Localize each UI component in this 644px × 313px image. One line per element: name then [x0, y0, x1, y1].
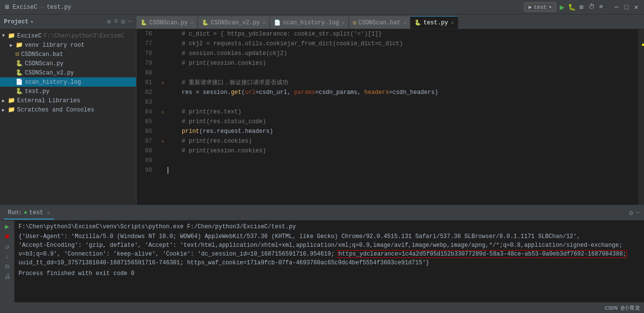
tab-csdnscan-v2-py-close[interactable]: ✕: [263, 20, 266, 26]
coverage-button[interactable]: ⊞: [578, 3, 585, 11]
gutter-87: ⬦: [161, 136, 168, 146]
scan-history-log-label: scan_history.log: [25, 79, 81, 86]
tree-external-libraries[interactable]: ▶ 📁 External Libraries: [0, 96, 136, 105]
root-folder-icon: 📁: [8, 32, 15, 39]
tab-log-close[interactable]: ✕: [342, 20, 345, 26]
run-icon-small: ●: [24, 209, 27, 216]
code-line-83: [161, 97, 638, 107]
tree-test-py[interactable]: ▶ 🐍 test.py: [0, 87, 136, 96]
title-bar-left: 🖥 ExciseC – test.py: [4, 3, 71, 11]
locate-icon[interactable]: ⊕: [107, 18, 111, 26]
tools-button[interactable]: ≡: [597, 3, 605, 11]
close-button[interactable]: ✕: [632, 3, 640, 11]
run-minimize-icon[interactable]: ─: [636, 209, 640, 217]
collapse-icon[interactable]: ≡: [114, 18, 118, 26]
code-line-84: ⬦ # print(res.text): [161, 107, 638, 117]
root-label: ExciseC: [17, 33, 41, 39]
line-num-77: 77: [137, 39, 152, 49]
csdnscan-v2-py-label: CSDNScan_v2.py: [25, 70, 74, 76]
code-line-76: # c_dict = { https_ydclearance: cookie_s…: [161, 29, 638, 39]
code-line-86: print(res.request.headers): [161, 127, 638, 136]
tab-scan-history-log[interactable]: 📄 scan_history.log ✕: [270, 16, 349, 29]
line-num-88: 88: [137, 146, 152, 156]
maximize-button[interactable]: □: [623, 3, 630, 11]
tab-csdnscan-v2-py-label: CSDNScan_v2.py: [211, 19, 260, 26]
run-rerun-button[interactable]: ↺: [5, 242, 9, 251]
tree-root[interactable]: ▼ 📁 ExciseC F:\Chen\python3\ExciseC: [0, 31, 136, 40]
output-line-2: 'Accept-Encoding': 'gzip, deflate', 'Acc…: [19, 241, 640, 250]
title-separator: –: [40, 4, 43, 11]
sidebar-header: Project ▾ ⊕ ≡ ⚙ ─: [0, 15, 136, 29]
run-tab-name: test: [29, 209, 43, 216]
code-content: # c_dict = { https_ydclearance: cookie_s…: [156, 29, 638, 205]
code-editor[interactable]: 76 77 78 79 80 81 82 83 84 85 86 87 88 8…: [137, 29, 644, 205]
test-py-label: test.py: [25, 88, 49, 95]
line-num-81: 81: [137, 78, 152, 88]
status-bar: CSDN @小青龙: [0, 302, 644, 313]
status-bar-text: CSDN @小青龙: [605, 304, 640, 312]
minimize-button[interactable]: ─: [613, 3, 621, 11]
ext-folder-icon: 📁: [8, 97, 15, 104]
settings-icon[interactable]: ⚙: [121, 18, 125, 26]
tab-csdnscan-py-icon: 🐍: [140, 19, 147, 26]
debug-button[interactable]: 🐛: [568, 3, 576, 11]
line-numbers: 76 77 78 79 80 81 82 83 84 85 86 87 88 8…: [137, 29, 156, 205]
ext-arrow: ▶: [2, 98, 7, 104]
tab-log-icon: 📄: [274, 19, 281, 26]
run-config-arrow: ▾: [548, 4, 552, 10]
root-arrow: ▼: [2, 33, 7, 38]
code-line-78: # session.cookies.update(ckj2): [161, 49, 638, 58]
output-line-3-highlight: https_ydclearance=1c4a2d5f05d152b3307728…: [338, 250, 627, 258]
run-print-button[interactable]: 🖨: [4, 273, 11, 280]
editor-scrollbar[interactable]: [638, 29, 644, 205]
tree-csdnscan-py[interactable]: ▶ 🐍 CSDNScan.py: [0, 59, 136, 68]
line-88-content: # print(session.cookies): [168, 146, 266, 156]
tree-venv[interactable]: ▶ 📁 venv library root: [0, 40, 136, 50]
chevron-down-icon: ▾: [30, 19, 33, 25]
run-config[interactable]: ▶ test ▾: [524, 2, 556, 12]
venv-folder-icon: 📁: [16, 41, 23, 49]
tree-scratches-consoles[interactable]: ▶ 📁 Scratches and Consoles: [0, 105, 136, 114]
bat-file-icon: ⊡: [16, 51, 19, 58]
tab-csdnscan-bat[interactable]: ⊡ CSDNScan.bat ✕: [349, 16, 410, 29]
line-num-78: 78: [137, 49, 152, 58]
sidebar-tree: ▼ 📁 ExciseC F:\Chen\python3\ExciseC ▶ 📁 …: [0, 29, 136, 205]
tree-csdnscan-bat[interactable]: ▶ ⊡ CSDNScan.bat: [0, 50, 136, 59]
bottom-tabs-bar: Run: ● test ✕ ⚙ ─: [0, 206, 644, 221]
run-play-button[interactable]: ▶: [5, 222, 9, 231]
output-line-1: {'User-Agent': 'Mozilla/5.0 (Windows NT …: [19, 232, 640, 241]
csdnscan-py-label: CSDNScan.py: [25, 60, 63, 67]
run-path: F:\Chen\python3\ExciseC\venv\Scripts\pyt…: [19, 222, 640, 231]
venv-arrow: ▶: [10, 42, 15, 48]
code-line-79: # print(session.cookies): [161, 58, 638, 68]
code-line-85: # print(res.status_code): [161, 117, 638, 127]
run-output: {'User-Agent': 'Mozilla/5.0 (Windows NT …: [19, 232, 640, 278]
run-fold-button[interactable]: ⊟: [5, 262, 9, 271]
tab-bat-close[interactable]: ✕: [403, 20, 406, 26]
tree-scan-history-log[interactable]: ▶ 📄 scan_history.log: [0, 77, 136, 87]
run-button[interactable]: ▶: [558, 3, 566, 11]
run-scroll-end-button[interactable]: ↓: [5, 253, 9, 260]
line-num-85: 85: [137, 117, 152, 127]
venv-label: venv library root: [25, 42, 84, 49]
tab-csdnscan-v2-py[interactable]: 🐍 CSDNScan_v2.py ✕: [198, 16, 270, 29]
scroll-highlight: [642, 44, 644, 46]
tab-test-py-close[interactable]: ✕: [451, 20, 454, 26]
close-sidebar-icon[interactable]: ─: [128, 18, 132, 26]
line-85-content: # print(res.status_code): [168, 117, 266, 127]
sidebar-header-icons: ⊕ ≡ ⚙ ─: [107, 18, 132, 26]
code-line-88: # print(session.cookies): [161, 146, 638, 156]
run-stop-button[interactable]: ■: [5, 233, 9, 240]
tab-csdnscan-py-close[interactable]: ✕: [191, 20, 194, 26]
tab-csdnscan-py[interactable]: 🐍 CSDNScan.py ✕: [137, 16, 198, 29]
run-tab-close[interactable]: ✕: [47, 210, 50, 216]
run-settings-icon[interactable]: ⚙: [629, 209, 633, 217]
line-num-86: 86: [137, 127, 152, 136]
tab-test-py[interactable]: 🐍 test.py ✕: [410, 16, 458, 29]
line-86-content: print(res.request.headers): [168, 127, 273, 136]
profile-button[interactable]: ⏱: [587, 3, 595, 11]
run-tab[interactable]: Run: ● test ✕: [4, 207, 54, 220]
root-path: F:\Chen\python3\ExciseC: [43, 33, 124, 39]
sidebar: Project ▾ ⊕ ≡ ⚙ ─ ▼ 📁 ExciseC F:\Chen\py…: [0, 15, 137, 205]
tree-csdnscan-v2-py[interactable]: ▶ 🐍 CSDNScan_v2.py: [0, 68, 136, 77]
